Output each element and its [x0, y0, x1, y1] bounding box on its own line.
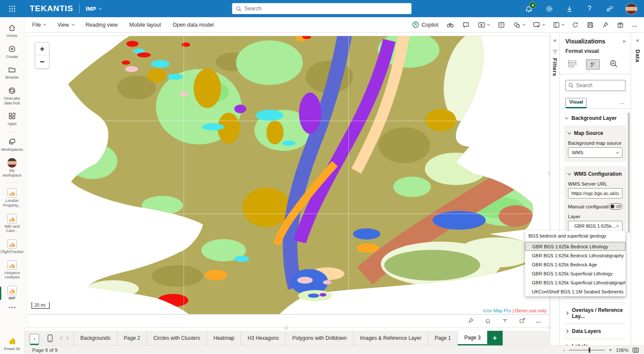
- zoom-in-button[interactable]: +: [35, 43, 49, 55]
- waffle-menu-icon[interactable]: [0, 6, 24, 12]
- layer-option[interactable]: GBR BGS 1:625k Bedrock Lithostratigraphy: [525, 251, 626, 260]
- zoom-slider-thumb[interactable]: [589, 348, 590, 353]
- fit-to-page-icon[interactable]: [632, 348, 639, 353]
- menu-file[interactable]: File: [32, 22, 46, 28]
- notifications-button[interactable]: 4: [525, 4, 533, 13]
- pane-scrollbar[interactable]: [628, 113, 630, 233]
- app-switcher[interactable]: IMP: [85, 6, 101, 12]
- page-tab-page-1[interactable]: Page 1: [428, 331, 458, 345]
- format-tabs-more-button[interactable]: …: [620, 99, 625, 108]
- sidebar-more-icon[interactable]: [9, 307, 15, 308]
- feedback-button[interactable]: [605, 4, 614, 13]
- pane-layout-button[interactable]: [553, 21, 564, 28]
- menu-view[interactable]: View: [58, 22, 74, 28]
- layer-option-group[interactable]: BGS bedrock and superficial geology: [525, 231, 626, 240]
- user-avatar[interactable]: [626, 3, 637, 15]
- layer-option[interactable]: GBR BGS 1:625k Bedrock Age: [525, 260, 626, 269]
- save-button[interactable]: [587, 21, 594, 28]
- sidebar-item-imp[interactable]: IMP: [0, 284, 24, 302]
- sidebar-item-apps[interactable]: Apps: [0, 110, 24, 128]
- sidebar-item-workspaces[interactable]: Workspaces: [0, 135, 24, 154]
- expand-filters-icon[interactable]: «: [553, 37, 556, 43]
- zoom-out-button[interactable]: −: [35, 55, 49, 68]
- sidebar-item-browse[interactable]: Browse: [0, 63, 24, 82]
- notes-button[interactable]: [498, 21, 505, 28]
- page-tab-polygons-with-drilldown[interactable]: Polygons with Drilldown: [285, 331, 353, 345]
- sidebar-item-home[interactable]: Home: [0, 21, 24, 40]
- section-data-layers[interactable]: Data Layers: [564, 323, 626, 339]
- ribbon-more-button[interactable]: …: [632, 22, 638, 28]
- present-button[interactable]: [478, 21, 490, 28]
- sidebar-item-power-bi[interactable]: Power BI: [0, 335, 24, 353]
- sidebar-item-flighttracker[interactable]: FlightTracker: [0, 238, 24, 256]
- tab-visual[interactable]: Visual: [565, 98, 587, 108]
- section-overlays-reference-layers[interactable]: Overlays / Reference Lay...: [564, 302, 626, 323]
- layer-select[interactable]: GBR BGS 1:625k Be...: [568, 221, 623, 231]
- sidebar-item-create[interactable]: Create: [0, 43, 24, 61]
- filters-applied-button[interactable]: [501, 317, 508, 324]
- page-tab-h3-hexagons[interactable]: H3 Hexagons: [241, 331, 285, 345]
- format-visual-tab[interactable]: [586, 59, 600, 70]
- page-tab-backgrounds[interactable]: Backgrounds: [73, 331, 117, 345]
- comments-button[interactable]: [462, 21, 470, 28]
- page-tab-circles-with-clusters[interactable]: Circles with Clusters: [147, 331, 207, 345]
- icon-map-visual[interactable]: + − 20 mi Icon Map Pro|Demo use only …: [27, 36, 550, 328]
- web-view-button[interactable]: [30, 334, 39, 344]
- settings-button[interactable]: [545, 4, 553, 13]
- sidebar-item-onelake[interactable]: OneLake data hub: [0, 84, 24, 107]
- spotlight-button[interactable]: [446, 21, 454, 28]
- zoom-in-button[interactable]: +: [609, 347, 612, 353]
- sidebar-item-imd-and-care[interactable]: IMD and Care...: [0, 212, 24, 235]
- layer-option[interactable]: GBR BGS 1:625k Bedrock Lithology: [525, 242, 626, 251]
- wms-configuration-header[interactable]: WMS Configuration: [568, 170, 623, 177]
- visual-more-options-button[interactable]: …: [536, 318, 542, 324]
- menu-open-data-model[interactable]: Open data model: [173, 22, 214, 28]
- help-button[interactable]: ?: [585, 4, 594, 13]
- copilot-button[interactable]: Copilot: [412, 21, 438, 28]
- resize-handle[interactable]: [285, 327, 287, 329]
- next-page-arrow[interactable]: [66, 336, 69, 340]
- brand-logo[interactable]: TEKANTIS: [30, 4, 73, 13]
- layer-option[interactable]: GBR BGS 1:625k Superficial Lithostratigr…: [525, 278, 626, 287]
- build-visual-tab[interactable]: [565, 58, 579, 70]
- menu-reading-view[interactable]: Reading view: [85, 22, 118, 28]
- visual-gallery-button[interactable]: [617, 21, 624, 28]
- zoom-out-button[interactable]: -: [563, 347, 565, 353]
- sidebar-item-london-property[interactable]: London Property...: [0, 186, 24, 209]
- section-background-layer[interactable]: Background Layer: [564, 111, 626, 125]
- expand-data-icon[interactable]: «: [636, 37, 639, 43]
- page-tab-page-2[interactable]: Page 2: [117, 331, 147, 345]
- alerts-button[interactable]: [484, 317, 491, 324]
- global-search-input[interactable]: [244, 6, 408, 12]
- format-search-input[interactable]: [576, 82, 623, 88]
- download-button[interactable]: [565, 4, 574, 13]
- data-pane-label[interactable]: Data: [635, 49, 641, 62]
- manual-configuration-toggle[interactable]: Off: [609, 203, 623, 210]
- add-page-button[interactable]: +: [487, 331, 503, 345]
- analytics-tab[interactable]: [607, 58, 620, 70]
- mobile-view-button[interactable]: [45, 333, 55, 343]
- menu-mobile-layout[interactable]: Mobile layout: [129, 22, 161, 28]
- layer-option[interactable]: GBR BGS 1:625k Superficial Lithology: [525, 269, 626, 278]
- layer-option[interactable]: UKContShelf BGS 1:1M Seabed Sediments: [525, 287, 626, 296]
- prev-page-arrow[interactable]: [60, 336, 63, 340]
- map-area[interactable]: + − 20 mi Icon Map Pro|Demo use only: [27, 36, 549, 314]
- zoom-slider[interactable]: [569, 350, 605, 351]
- background-map-source-select[interactable]: WMS: [568, 147, 623, 158]
- sidebar-item-my-workspace[interactable]: My workspace: [0, 156, 24, 179]
- shapes-button[interactable]: [513, 21, 525, 28]
- sidebar-item-airspace-analysis[interactable]: Airspace Analysis: [0, 259, 24, 281]
- focus-mode-button[interactable]: [519, 317, 525, 324]
- wms-server-url-input[interactable]: [568, 188, 623, 198]
- page-tab-heatmap[interactable]: Heatmap: [207, 331, 241, 345]
- pin-button[interactable]: [602, 21, 609, 28]
- filters-pane-label[interactable]: Filters: [552, 58, 558, 76]
- view-mode-button[interactable]: [533, 21, 545, 28]
- page-tab-page-3[interactable]: Page 3: [458, 331, 487, 345]
- page-tab-images-reference-layer[interactable]: Images & Reference Layer: [353, 331, 428, 345]
- pin-visual-button[interactable]: [467, 317, 474, 324]
- refresh-button[interactable]: [572, 21, 579, 28]
- collapse-visualizations-icon[interactable]: »: [623, 38, 626, 44]
- map-source-header[interactable]: Map Source: [568, 129, 623, 136]
- icon-map-pro-link[interactable]: Icon Map Pro: [483, 308, 511, 313]
